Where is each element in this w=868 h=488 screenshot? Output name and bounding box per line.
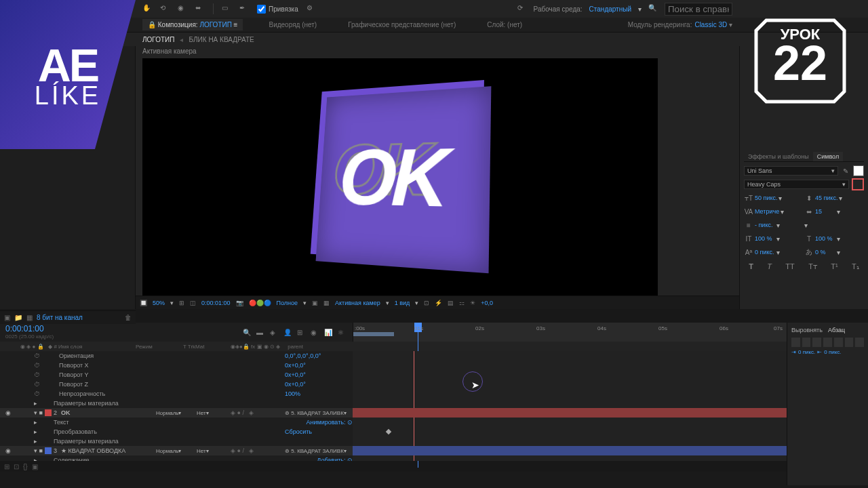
align-right-button[interactable] (812, 338, 821, 347)
bit-depth-button[interactable]: 8 бит на канал (37, 314, 83, 321)
trash-icon[interactable]: 🗑 (125, 314, 132, 321)
exposure-value[interactable]: +0,0 (481, 300, 493, 306)
subscript-button[interactable]: T₁ (852, 262, 859, 271)
sync-icon[interactable]: ⟳ (517, 4, 527, 14)
align-left-button[interactable] (791, 338, 800, 347)
eyedropper-icon[interactable]: ✎ (841, 167, 850, 175)
folder-icon[interactable]: 📁 (14, 314, 22, 321)
roi-icon[interactable]: ▣ (312, 300, 318, 306)
font-size-input[interactable]: 50 пикс. (755, 195, 777, 201)
layer3-contents[interactable]: ▸СодержаниеДобавить: ⊙ (0, 455, 353, 461)
comp-mini-icon[interactable]: ▬ (256, 329, 266, 336)
tab-effects[interactable]: Эффекты и шаблоны (744, 152, 813, 161)
prop-rotx[interactable]: ⏱Поворот X0x+0,0° (0, 361, 353, 370)
prop-material[interactable]: ▸Параметры материала (0, 399, 353, 408)
stroke-color-swatch[interactable] (852, 178, 864, 190)
frame-blend-icon[interactable]: ⊞ (297, 329, 307, 336)
tab-character[interactable]: Символ (813, 152, 843, 161)
exposure-icon[interactable]: ☀ (470, 300, 475, 306)
justify-all-button[interactable] (855, 338, 864, 347)
tab-paragraph[interactable]: Абзац (828, 327, 845, 333)
interpret-icon[interactable]: ▣ (4, 314, 10, 321)
mask-icon[interactable]: ◫ (190, 300, 196, 306)
workspace-dropdown[interactable]: Стандартный (589, 5, 631, 13)
current-time[interactable]: 0:00:01:00 (5, 324, 130, 333)
fill-color-swatch[interactable] (853, 165, 864, 176)
magnify-icon[interactable]: 🔲 (140, 300, 147, 306)
search-layer-icon[interactable]: 🔍 (243, 329, 252, 336)
layer2-transform[interactable]: ▸ПреобразоватьСбросить (0, 427, 353, 436)
camera-tool-icon[interactable]: ◉ (178, 4, 187, 14)
justify-left-button[interactable] (823, 338, 832, 347)
kerning-dropdown[interactable]: Метриче (755, 208, 779, 215)
prop-orientation[interactable]: ⏱Ориентация0,0°,0,0°,0,0° (0, 351, 353, 361)
font-style-dropdown[interactable]: Heavy Caps▾ (744, 180, 849, 189)
views-dropdown[interactable]: 1 вид (395, 300, 410, 306)
prop-opacity[interactable]: ⏱Непрозрачность100% (0, 389, 353, 399)
prop-rotz[interactable]: ⏱Поворот Z0x+0,0° (0, 380, 353, 389)
all-caps-button[interactable]: TT (785, 262, 794, 271)
pixel-aspect-icon[interactable]: ⊡ (424, 300, 429, 306)
flowchart-icon[interactable]: ⚏ (459, 300, 465, 306)
work-area[interactable] (353, 332, 394, 336)
tracking-input[interactable]: 15 (815, 208, 835, 215)
snapshot-icon[interactable]: 📷 (236, 300, 243, 306)
justify-right-button[interactable] (845, 338, 854, 347)
snap-opts-icon[interactable]: ⚙ (307, 4, 316, 14)
brainstorm-icon[interactable]: ⚛ (338, 329, 347, 336)
leading-input[interactable]: 45 пикс. (815, 195, 837, 201)
layer-2-ok[interactable]: ◉▾ ■ 2 OK Нормаль▾ Нет▾ ◈ ● / ◈ ⊚ 5. КВА… (0, 408, 353, 418)
tsume-input[interactable]: 0 % (815, 249, 835, 256)
fast-preview-icon[interactable]: ⚡ (435, 300, 442, 306)
vscale-input[interactable]: 100 % (755, 235, 775, 242)
layer-3-stroke[interactable]: ◉▾ ■ 3 ★ КВАДРАТ ОБВОДКА Нормаль▾ Нет▾ ◈… (0, 446, 353, 455)
faux-bold-button[interactable]: T (749, 262, 753, 271)
breadcrumb-2[interactable]: БЛИК НА КВАДРАТЕ (189, 36, 254, 43)
layer2-text[interactable]: ▸ТекстАнимировать: ⊙ (0, 418, 353, 427)
prop-roty[interactable]: ⏱Поворот Y0x+0,0° (0, 370, 353, 380)
channel-icon[interactable]: 🔴🟢🔵 (249, 300, 271, 306)
renderer-dropdown[interactable]: Classic 3D (694, 21, 727, 28)
motion-blur-icon[interactable]: ◉ (311, 329, 320, 336)
toggle-modes-icon[interactable]: ⊡ (14, 463, 19, 470)
help-search-input[interactable] (665, 3, 732, 16)
font-family-dropdown[interactable]: Uni Sans▾ (744, 166, 838, 176)
draft3d-icon[interactable]: ◈ (270, 329, 279, 336)
tab-layer[interactable]: Слой: (нет) (481, 19, 528, 30)
resolution-dropdown[interactable]: Полное (277, 300, 298, 306)
stroke-width-input[interactable]: - пикс. (755, 222, 775, 228)
indent-right[interactable]: 0 пикс. (824, 349, 841, 355)
grid-icon[interactable]: ⊞ (179, 300, 184, 306)
timeline-icon[interactable]: ▤ (448, 300, 454, 306)
hand-tool-icon[interactable]: ✋ (142, 4, 152, 14)
zoom-dropdown[interactable]: 50% (153, 300, 165, 306)
time-display[interactable]: 0:00:01:00 (201, 300, 231, 306)
snap-checkbox[interactable]: Привязка (257, 5, 298, 14)
faux-italic-button[interactable]: T (767, 262, 772, 271)
graph-editor-icon[interactable]: 📊 (324, 329, 334, 336)
workspace-chevron-icon[interactable]: ▾ (638, 5, 642, 13)
shape-tool-icon[interactable]: ▭ (222, 4, 231, 14)
toggle-switches-icon[interactable]: ⊞ (4, 463, 9, 470)
pen-tool-icon[interactable]: ✒ (239, 4, 249, 14)
toggle-inout-icon[interactable]: {} (23, 463, 28, 470)
pan-tool-icon[interactable]: ⬌ (195, 4, 205, 14)
small-caps-button[interactable]: Tᴛ (808, 262, 817, 271)
transparency-icon[interactable]: ▦ (323, 300, 330, 306)
layer2-material[interactable]: ▸Параметры материала (0, 436, 353, 446)
rotate-tool-icon[interactable]: ⟲ (160, 4, 170, 14)
keyframe[interactable] (386, 429, 391, 434)
superscript-button[interactable]: T¹ (831, 262, 837, 271)
justify-center-button[interactable] (834, 338, 843, 347)
breadcrumb-1[interactable]: ЛОГОТИП (142, 36, 174, 43)
baseline-input[interactable]: 0 пикс. (755, 249, 775, 256)
tab-composition[interactable]: 🔒 Композиция: ЛОГОТИП ≡ (142, 19, 243, 30)
track-layer-2[interactable] (353, 408, 854, 418)
hscale-input[interactable]: 100 % (815, 235, 835, 242)
render-queue-icon[interactable]: ▣ (32, 463, 38, 470)
tab-align[interactable]: Выровнять (791, 327, 823, 333)
camera-view-dropdown[interactable]: Активная камер (335, 300, 380, 306)
viewer-canvas[interactable]: OK OK (142, 58, 658, 296)
tab-footage[interactable]: Видеоряд (нет) (263, 19, 322, 30)
align-center-button[interactable] (802, 338, 811, 347)
